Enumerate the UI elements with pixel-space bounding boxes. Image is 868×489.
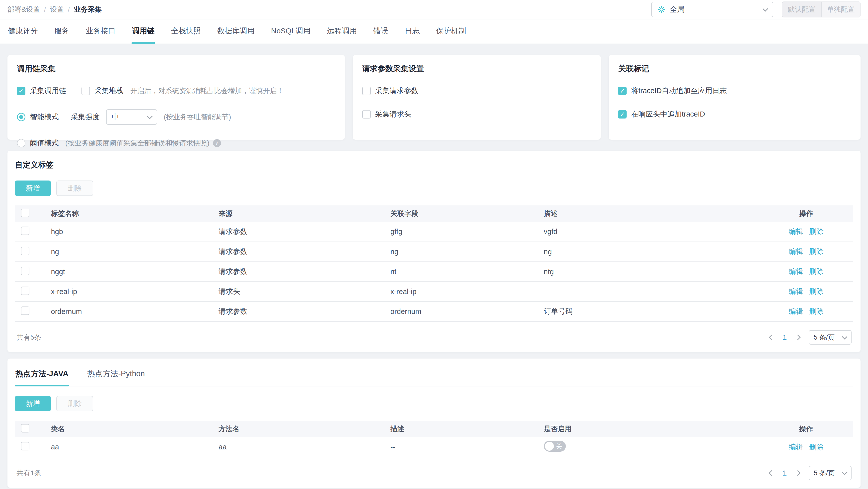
delete-tag-button[interactable]: 删除 bbox=[56, 181, 93, 196]
main-tab[interactable]: 远程调用 bbox=[327, 20, 357, 43]
delete-link[interactable]: 删除 bbox=[809, 267, 824, 275]
default-config-button[interactable]: 默认配置 bbox=[782, 2, 821, 17]
separate-config-button[interactable]: 单独配置 bbox=[821, 2, 860, 17]
main-tab[interactable]: 调用链 bbox=[131, 20, 155, 43]
row-checkbox[interactable] bbox=[21, 267, 29, 275]
hot-methods-tab[interactable]: 热点方法-Python bbox=[87, 367, 145, 386]
smart-mode-radio[interactable] bbox=[17, 113, 25, 121]
append-trace-log-checkbox[interactable] bbox=[618, 87, 627, 95]
row-checkbox[interactable] bbox=[21, 442, 29, 450]
collect-stack-checkbox[interactable] bbox=[82, 87, 90, 95]
total-count-text: 共有1条 bbox=[17, 468, 41, 478]
column-header: 关联字段 bbox=[388, 205, 541, 222]
column-header: 操作 bbox=[759, 421, 853, 437]
collect-params-checkbox[interactable] bbox=[362, 87, 371, 95]
enable-toggle[interactable]: 关 bbox=[544, 441, 566, 452]
top-header: 部署&设置 / 设置 / 业务采集 / 全局 bbox=[0, 0, 868, 20]
column-header: 类名 bbox=[49, 421, 216, 437]
intensity-select[interactable]: 中 bbox=[106, 109, 157, 125]
next-page-button[interactable] bbox=[794, 334, 801, 341]
cell-class-name: aa bbox=[49, 437, 216, 457]
page-size-select[interactable]: 5 条/页 bbox=[809, 330, 851, 345]
trace-collection-card: 调用链采集 采集调用链 采集堆栈 开启后，对系统资源消耗占比会增加，谨慎开启！ … bbox=[7, 55, 345, 140]
hot-methods-tab[interactable]: 热点方法-JAVA bbox=[15, 367, 69, 386]
cell-tag-name: nggt bbox=[49, 262, 216, 282]
select-all-checkbox[interactable] bbox=[21, 424, 29, 432]
main-tab[interactable]: 保护机制 bbox=[435, 20, 466, 43]
edit-link[interactable]: 编辑 bbox=[789, 248, 803, 256]
breadcrumb-item[interactable]: 部署&设置 / bbox=[7, 5, 50, 14]
info-icon[interactable]: i bbox=[213, 139, 221, 147]
cell-desc: ntg bbox=[541, 262, 760, 282]
cell-desc: 订单号码 bbox=[541, 301, 760, 321]
toggle-state-label: 关 bbox=[556, 442, 562, 450]
cell-field: nt bbox=[388, 262, 541, 282]
row-checkbox[interactable] bbox=[21, 287, 29, 295]
hot-methods-table: 类名 方法名 描述 是否启用 操作 aa aa -- bbox=[15, 421, 853, 457]
next-page-button[interactable] bbox=[794, 469, 801, 477]
cell-tag-name: hgb bbox=[49, 222, 216, 242]
main-tab[interactable]: 日志 bbox=[404, 20, 420, 43]
delete-link[interactable]: 删除 bbox=[809, 307, 824, 315]
main-tab[interactable]: 业务接口 bbox=[85, 20, 116, 43]
pagination: 1 5 条/页 bbox=[768, 466, 851, 480]
prev-page-button[interactable] bbox=[768, 469, 775, 477]
delete-link[interactable]: 删除 bbox=[809, 248, 824, 256]
correlation-card: 关联标记 将traceID自动追加至应用日志 在响应头中追加traceID bbox=[609, 55, 861, 140]
pagination: 1 5 条/页 bbox=[768, 330, 851, 345]
collect-headers-checkbox[interactable] bbox=[362, 110, 371, 119]
main-tab[interactable]: NoSQL调用 bbox=[271, 20, 311, 43]
page-size-select[interactable]: 5 条/页 bbox=[809, 466, 851, 480]
card-title: 请求参数采集设置 bbox=[362, 64, 591, 74]
panel-title: 自定义标签 bbox=[15, 160, 853, 170]
page-content: 调用链采集 采集调用链 采集堆栈 开启后，对系统资源消耗占比会增加，谨慎开启！ … bbox=[0, 55, 868, 489]
delete-link[interactable]: 删除 bbox=[809, 287, 824, 295]
chevron-down-icon bbox=[147, 113, 153, 119]
prev-page-button[interactable] bbox=[768, 334, 775, 341]
select-all-checkbox[interactable] bbox=[21, 209, 29, 217]
table-row: ordernum 请求参数 ordernum 订单号码 编辑删除 bbox=[15, 301, 853, 321]
collect-trace-checkbox[interactable] bbox=[17, 87, 25, 95]
main-tab[interactable]: 数据库调用 bbox=[217, 20, 255, 43]
chevron-down-icon bbox=[763, 6, 768, 12]
scope-select[interactable]: 全局 bbox=[651, 2, 773, 17]
row-checkbox[interactable] bbox=[21, 306, 29, 315]
cell-method: aa bbox=[216, 437, 388, 457]
main-tab[interactable]: 服务 bbox=[54, 20, 70, 43]
breadcrumb-item[interactable]: 业务采集 / bbox=[74, 5, 102, 14]
cell-source: 请求头 bbox=[216, 282, 388, 301]
breadcrumb-item[interactable]: 设置 / bbox=[50, 5, 74, 14]
edit-link[interactable]: 编辑 bbox=[789, 228, 803, 235]
add-method-button[interactable]: 新增 bbox=[15, 396, 51, 411]
cell-tag-name: x-real-ip bbox=[49, 282, 216, 301]
edit-link[interactable]: 编辑 bbox=[789, 307, 803, 315]
page-number[interactable]: 1 bbox=[782, 469, 787, 477]
collect-params-label: 采集请求参数 bbox=[375, 86, 418, 96]
table-row: hgb 请求参数 gffg vgfd 编辑删除 bbox=[15, 222, 853, 242]
row-checkbox[interactable] bbox=[21, 247, 29, 255]
threshold-mode-radio[interactable] bbox=[17, 139, 25, 148]
row-checkbox[interactable] bbox=[21, 227, 29, 235]
main-tab[interactable]: 健康评分 bbox=[7, 20, 38, 43]
add-tag-button[interactable]: 新增 bbox=[15, 181, 51, 196]
cell-source: 请求参数 bbox=[216, 242, 388, 262]
edit-link[interactable]: 编辑 bbox=[789, 443, 803, 451]
column-header: 描述 bbox=[541, 205, 760, 222]
delete-method-button[interactable]: 删除 bbox=[56, 396, 93, 411]
column-header: 方法名 bbox=[216, 421, 388, 437]
chevron-down-icon bbox=[842, 334, 847, 339]
cell-desc: ng bbox=[541, 242, 760, 262]
edit-link[interactable]: 编辑 bbox=[789, 267, 803, 275]
append-trace-log-label: 将traceID自动追加至应用日志 bbox=[631, 86, 726, 96]
cell-desc: vgfd bbox=[541, 222, 760, 242]
breadcrumb-separator: / bbox=[44, 5, 46, 13]
append-trace-header-checkbox[interactable] bbox=[618, 110, 627, 119]
cell-tag-name: ng bbox=[49, 242, 216, 262]
main-tab[interactable]: 错误 bbox=[373, 20, 389, 43]
main-tab[interactable]: 全栈快照 bbox=[170, 20, 201, 43]
delete-link[interactable]: 删除 bbox=[809, 228, 824, 235]
delete-link[interactable]: 删除 bbox=[809, 443, 824, 451]
edit-link[interactable]: 编辑 bbox=[789, 287, 803, 295]
toggle-knob bbox=[545, 442, 554, 451]
page-number[interactable]: 1 bbox=[782, 333, 787, 341]
